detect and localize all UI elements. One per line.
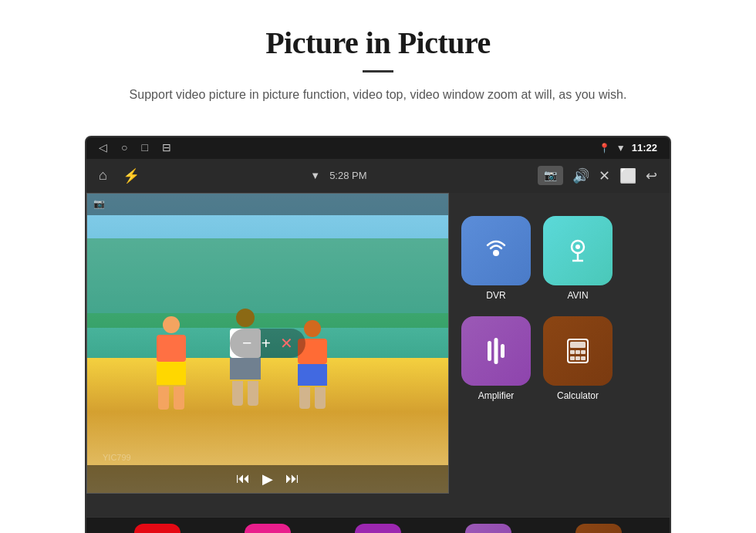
usb-icon: ⚡ [123,167,140,184]
pip-camera-icon: 📷 [93,198,105,210]
app-item-calculator[interactable]: Calculator [543,316,613,401]
home-button[interactable]: ⌂ [99,167,107,184]
home-icon[interactable]: ○ [121,142,127,154]
svg-rect-9 [570,342,586,348]
app-icons-row-1: DVR AVIN [461,216,654,301]
pip-video-window[interactable]: 📷 − + ✕ ⏮ ▶ ⏭ YIC799 [86,193,449,494]
amplifier-icon-box[interactable] [461,316,531,386]
pip-top-bar: 📷 [87,194,448,215]
avin-svg-icon [562,234,594,267]
recents-icon[interactable]: □ [141,142,147,154]
app-bar-left: ⌂ ⚡ [99,167,140,184]
svg-rect-14 [575,356,580,360]
amplifier-label: Amplifier [478,390,515,401]
app-bar-right: 📷 🔊 ✕ ⬜ ↩ [538,166,657,185]
netflix-icon-box[interactable]: N [134,524,181,533]
bottom-app-amplifier[interactable]: Amplifier [434,524,544,533]
pip-close-button[interactable]: ✕ [280,334,293,353]
volume-icon[interactable]: 🔊 [572,167,589,184]
svg-rect-11 [575,350,580,354]
calculator-icon-box[interactable] [543,316,613,386]
wifi-status-icon: ▼ [310,170,320,181]
wheelkey-icon-box[interactable] [355,524,401,533]
bottom-app-netflix[interactable]: N Netflix [102,524,212,533]
svg-rect-7 [501,344,505,358]
app-icons-row-2: Amplifier [461,316,654,401]
main-content: 📷 − + ✕ ⏮ ▶ ⏭ YIC799 [86,193,670,533]
bottom-amplifier-icon-box[interactable] [465,524,511,533]
svg-point-2 [575,245,580,249]
close-icon[interactable]: ✕ [599,167,610,184]
location-icon: 📍 [599,143,610,153]
svg-rect-5 [488,341,491,361]
svg-rect-10 [570,350,575,354]
status-bar-right: 📍 ▼ 11:22 [599,142,657,153]
trees-bg [87,238,448,328]
subtitle: Support video picture in picture functio… [62,85,694,105]
page-title: Picture in Picture [62,25,694,61]
app-bar: ⌂ ⚡ ▼ 5:28 PM 📷 🔊 ✕ ⬜ ↩ [86,159,670,193]
camera-button[interactable]: 📷 [538,166,563,185]
svg-point-0 [493,250,499,256]
dvr-label: DVR [486,290,505,301]
title-divider [363,70,393,73]
bottom-app-calculator[interactable]: Calculator [544,524,654,533]
pip-video-inner: 📷 − + ✕ ⏮ ▶ ⏭ [87,194,448,493]
app-item-amplifier[interactable]: Amplifier [461,316,531,401]
content-area: 📷 − + ✕ ⏮ ▶ ⏭ YIC799 [86,193,670,517]
amplifier-svg-icon [480,335,512,367]
bottom-app-wheelkey[interactable]: Wheelkey Study [322,524,433,533]
play-button[interactable]: ▶ [262,471,273,487]
status-bar-left: ◁ ○ □ ⊟ [99,141,171,154]
pip-size-controls[interactable]: − + ✕ [230,329,305,358]
svg-rect-15 [581,356,586,360]
status-time: 11:22 [632,142,657,153]
dvr-icon-box[interactable] [461,216,531,285]
calculator-label: Calculator [557,390,599,401]
app-item-dvr[interactable]: DVR [461,216,531,301]
pip-playback-controls[interactable]: ⏮ ▶ ⏭ [87,465,448,493]
pip-icon[interactable]: ⬜ [619,167,636,184]
person-2 [224,309,267,409]
app-bar-center: ▼ 5:28 PM [310,170,366,181]
svg-rect-12 [581,350,586,354]
siriusxm-icon-box[interactable] [245,524,291,533]
device-frame: ◁ ○ □ ⊟ 📍 ▼ 11:22 ⌂ ⚡ ▼ 5:28 PM 📷 🔊 ✕ ⬜ … [85,136,671,533]
android-status-bar: ◁ ○ □ ⊟ 📍 ▼ 11:22 [86,137,670,159]
forward-button[interactable]: ⏭ [285,471,299,487]
watermark: YIC799 [103,453,131,462]
bottom-app-siriusxm[interactable]: SiriusXM [212,524,322,533]
app-icons-right-panel: DVR AVIN [446,193,670,517]
menu-icon[interactable]: ⊟ [162,141,171,154]
avin-icon-box[interactable] [543,216,613,285]
app-time: 5:28 PM [329,170,366,181]
back-icon[interactable]: ◁ [99,141,107,154]
dvr-svg-icon [480,234,512,267]
svg-rect-13 [570,356,575,360]
bottom-calculator-icon-box[interactable] [575,524,622,533]
calculator-svg-icon [562,335,594,367]
back-arrow-icon[interactable]: ↩ [646,167,657,184]
bottom-bar: N Netflix SiriusXM [86,517,670,533]
header-section: Picture in Picture Support video picture… [0,0,756,120]
app-item-avin[interactable]: AVIN [543,216,613,301]
person-1 [152,316,191,409]
wifi-icon: ▼ [616,143,626,153]
pip-minus-button[interactable]: − [242,333,252,353]
svg-rect-6 [494,338,498,364]
avin-label: AVIN [567,290,588,301]
pip-plus-button[interactable]: + [262,333,272,353]
rewind-button[interactable]: ⏮ [236,471,250,487]
